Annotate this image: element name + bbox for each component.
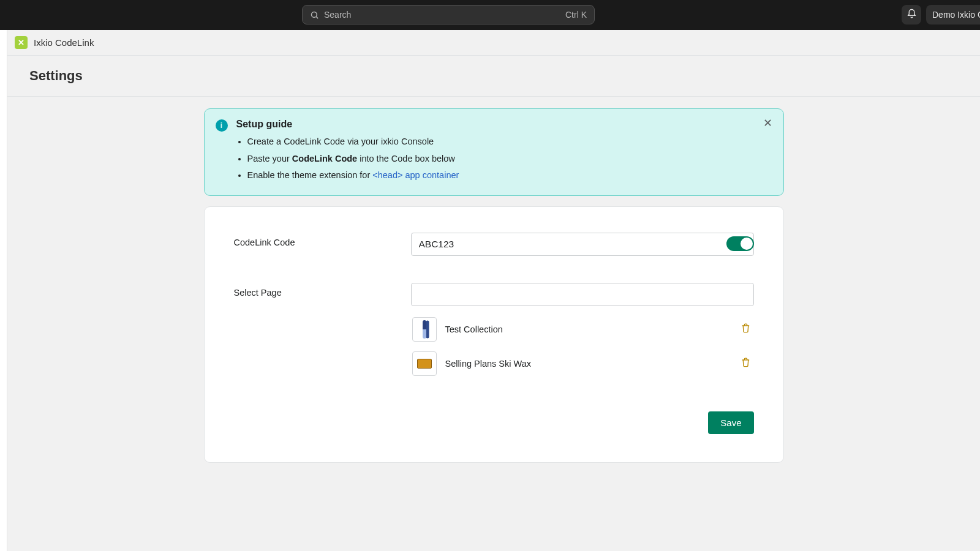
banner-item: Paste your CodeLink Code into the Code b…	[247, 151, 772, 168]
close-banner-button[interactable]: ✕	[761, 116, 775, 130]
save-button[interactable]: Save	[708, 411, 753, 434]
top-bar: Search Ctrl K Demo Ixkio C	[0, 0, 980, 30]
page-name: Test Collection	[445, 324, 731, 334]
search-placeholder: Search	[324, 10, 565, 20]
account-menu[interactable]: Demo Ixkio C	[926, 5, 980, 24]
list-item: Test Collection	[411, 312, 754, 347]
search-shortcut: Ctrl K	[565, 10, 587, 20]
page-shell: Settings i Setup guide Create a CodeLink…	[7, 55, 980, 487]
select-page-input[interactable]	[411, 283, 754, 306]
search-icon	[310, 10, 319, 20]
select-page-label: Select Page	[234, 283, 411, 298]
remove-page-button[interactable]	[739, 323, 753, 336]
list-item: Selling Plans Ski Wax	[411, 347, 754, 381]
app-header: Ixkio CodeLink	[0, 30, 980, 55]
trash-icon	[741, 323, 751, 335]
codelink-code-input[interactable]	[411, 233, 754, 256]
setup-guide-banner: i Setup guide Create a CodeLink Code via…	[204, 108, 784, 196]
page-name: Selling Plans Ski Wax	[445, 359, 731, 369]
page-title: Settings	[7, 56, 980, 96]
close-icon: ✕	[763, 116, 772, 130]
app-name: Ixkio CodeLink	[34, 37, 94, 48]
banner-item: Create a CodeLink Code via your ixkio Co…	[247, 133, 772, 151]
account-label: Demo Ixkio C	[932, 10, 980, 20]
info-icon: i	[216, 119, 228, 132]
enable-toggle[interactable]	[726, 236, 754, 251]
page-content: i Setup guide Create a CodeLink Code via…	[7, 96, 980, 487]
left-rail	[0, 30, 7, 551]
app-logo	[15, 36, 28, 49]
remove-page-button[interactable]	[739, 357, 753, 370]
notifications-button[interactable]	[902, 5, 921, 24]
search-input[interactable]: Search Ctrl K	[302, 5, 595, 24]
bell-icon	[907, 9, 917, 21]
selected-pages-list: Test Collection Selling Plans Ski Wax	[411, 312, 754, 381]
head-app-container-link[interactable]: <head> app container	[372, 170, 459, 180]
toggle-knob	[741, 238, 753, 250]
page-thumbnail	[412, 351, 437, 376]
trash-icon	[741, 357, 751, 370]
settings-card: CodeLink Code Select Page Test Collectio…	[204, 206, 784, 463]
codelink-code-label: CodeLink Code	[234, 233, 411, 247]
banner-title: Setup guide	[236, 119, 772, 130]
page-thumbnail	[412, 317, 437, 342]
svg-line-1	[316, 17, 318, 18]
banner-item: Enable the theme extension for <head> ap…	[247, 167, 772, 184]
svg-point-0	[312, 12, 317, 17]
